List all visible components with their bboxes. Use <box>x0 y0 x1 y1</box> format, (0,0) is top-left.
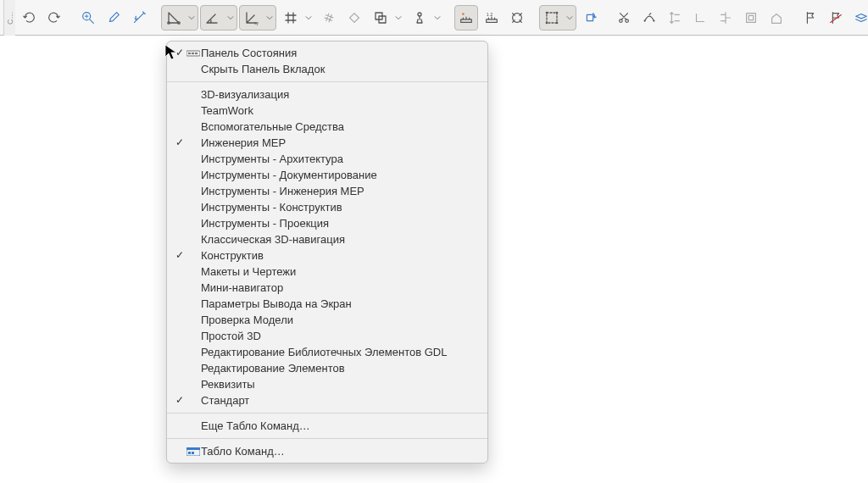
svg-rect-28 <box>195 53 198 54</box>
menu-separator <box>167 438 487 439</box>
chevron-down-icon[interactable] <box>225 14 236 21</box>
rhomb-button[interactable] <box>342 5 366 31</box>
target-button[interactable] <box>505 5 529 31</box>
svg-point-19 <box>626 19 629 22</box>
dim-vert-button[interactable] <box>663 5 687 31</box>
chevron-down-icon[interactable] <box>392 14 404 21</box>
menu-item-hide-tabs[interactable]: Скрыть Панель Вкладок <box>167 61 487 77</box>
menu-item[interactable]: Мини-навигатор <box>167 280 487 296</box>
check-icon: ✓ <box>174 392 186 408</box>
check-icon: ✓ <box>174 135 186 151</box>
menu-item[interactable]: TeamWork <box>167 103 487 119</box>
rotate-grid-button[interactable] <box>317 5 341 31</box>
chevron-down-icon[interactable] <box>431 14 443 21</box>
svg-point-18 <box>620 19 623 22</box>
chevron-down-icon[interactable] <box>564 14 576 21</box>
menu-item[interactable]: ✓Инженерия MEP <box>167 135 487 151</box>
menu-item[interactable]: ✓Стандарт <box>167 392 487 408</box>
check-icon: ✓ <box>174 45 186 61</box>
rotate-geometry-button[interactable] <box>578 5 602 31</box>
gravity-button[interactable] <box>407 5 444 31</box>
menu-item[interactable]: Макеты и Чертежи <box>167 264 487 280</box>
flag-break-button[interactable] <box>824 5 848 31</box>
svg-rect-27 <box>192 53 194 54</box>
svg-rect-17 <box>587 14 593 20</box>
flag-button[interactable] <box>798 5 822 31</box>
menu-item[interactable]: 3D-визуализация <box>167 86 487 103</box>
grid-button[interactable] <box>278 5 315 31</box>
chevron-down-icon[interactable] <box>264 14 275 21</box>
menu-item[interactable]: ✓Конструктив <box>167 247 487 264</box>
menu-item-more-toolbars[interactable]: Еще Табло Команд… <box>167 418 487 434</box>
magnifier-button[interactable] <box>76 5 100 31</box>
svg-text:1 2: 1 2 <box>487 12 492 17</box>
menu-item[interactable]: Проверка Модели <box>167 312 487 328</box>
left-tab[interactable]: C… <box>3 0 15 36</box>
svg-point-21 <box>653 19 654 21</box>
menu-item[interactable]: Редактирование Библиотечных Элементов GD… <box>167 344 487 360</box>
svg-point-13 <box>546 11 548 14</box>
split-button[interactable] <box>714 5 737 31</box>
copy-button[interactable] <box>368 5 405 31</box>
svg-point-14 <box>556 11 559 14</box>
ruler-12-button[interactable]: 1 2 <box>480 5 504 31</box>
redo-button[interactable] <box>42 5 66 31</box>
menu-item[interactable]: Вспомогательные Средства <box>167 119 487 135</box>
select-button[interactable] <box>539 5 576 31</box>
menu-item[interactable]: Реквизиты <box>167 376 487 392</box>
frame-button[interactable] <box>739 5 763 31</box>
menu-item[interactable]: Инструменты - Инженерия MEP <box>167 183 487 199</box>
reshape-button[interactable] <box>637 5 661 31</box>
statusbar-icon <box>186 50 201 57</box>
svg-rect-22 <box>747 13 756 22</box>
coord-system-button[interactable]: xy <box>239 5 276 31</box>
main-toolbar: C… xy <box>0 0 868 36</box>
corner-button[interactable] <box>688 5 712 31</box>
menu-separator <box>167 81 487 82</box>
menu-item[interactable]: Инструменты - Документирование <box>167 167 487 183</box>
svg-point-16 <box>556 21 559 24</box>
menu-label: Скрыть Панель Вкладок <box>201 61 477 77</box>
ruler-node-button[interactable] <box>454 5 478 31</box>
menu-item[interactable]: Инструменты - Конструктив <box>167 199 487 215</box>
menu-item[interactable]: Параметры Вывода на Экран <box>167 296 487 312</box>
chevron-down-icon[interactable] <box>186 14 198 21</box>
svg-rect-32 <box>192 452 194 454</box>
svg-point-20 <box>644 19 646 21</box>
menu-item[interactable]: Инструменты - Архитектура <box>167 151 487 167</box>
menu-item[interactable]: Классическая 3D-навигация <box>167 231 487 247</box>
svg-rect-12 <box>547 13 557 23</box>
menu-separator <box>167 413 487 414</box>
svg-rect-23 <box>748 15 753 19</box>
svg-point-8 <box>462 13 465 15</box>
svg-point-15 <box>546 21 548 24</box>
house-button[interactable] <box>765 5 788 31</box>
svg-text:xy: xy <box>254 20 259 25</box>
syringe-button[interactable] <box>127 5 151 31</box>
menu-item-toolbars-dialog[interactable]: Табло Команд… <box>167 443 487 459</box>
menu-item-status-bar[interactable]: ✓ Панель Состояния <box>167 45 487 61</box>
layers-button[interactable] <box>849 5 868 31</box>
toolbar-window-icon <box>186 447 201 456</box>
menu-label: Панель Состояния <box>201 45 477 61</box>
menu-item[interactable]: Инструменты - Проекция <box>167 215 487 231</box>
svg-rect-26 <box>188 53 191 54</box>
menu-item[interactable]: Простой 3D <box>167 328 487 344</box>
cut-button[interactable] <box>612 5 636 31</box>
undo-button[interactable] <box>17 5 41 31</box>
menu-item[interactable]: Редактирование Элементов <box>167 360 487 376</box>
angle-snap-button[interactable] <box>200 5 237 31</box>
eyedropper-button[interactable] <box>102 5 125 31</box>
check-icon: ✓ <box>174 247 186 264</box>
triangle-snap-button[interactable] <box>161 5 198 31</box>
chevron-down-icon[interactable] <box>303 14 314 21</box>
svg-rect-31 <box>188 452 191 454</box>
toolbar-context-menu: ✓ Панель Состояния Скрыть Панель Вкладок… <box>166 41 488 464</box>
svg-rect-30 <box>186 447 200 450</box>
